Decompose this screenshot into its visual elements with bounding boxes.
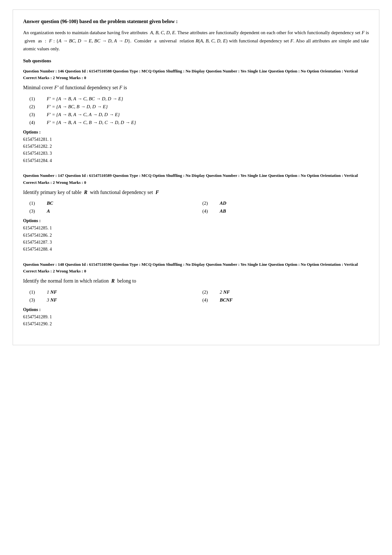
question-meta-147: Question Number : 147 Question Id : 6154… [23, 172, 369, 179]
option-grid-148-1: (1) 1 NF [29, 290, 196, 295]
options-label-148: Options : [23, 307, 369, 312]
problem-statement: An organization needs to maintain databa… [23, 29, 369, 53]
option-grid-147-2: (2) AD [202, 201, 369, 206]
options-ids-148: 61547541289. 1 61547541290. 2 [23, 314, 369, 328]
correct-marks-147: Correct Marks : 2 Wrong Marks : 0 [23, 180, 369, 185]
question-meta-148: Question Number : 148 Question Id : 6154… [23, 261, 369, 268]
options-ids-146: 61547541281. 1 61547541282. 2 6154754128… [23, 136, 369, 165]
option-row-146-4: (4) F' = {A → B, A → C, B → D, C → D, D … [29, 120, 369, 125]
options-ids-147: 61547541285. 1 61547541286. 2 6154754128… [23, 225, 369, 253]
option-grid-148-2: (2) 2 NF [202, 290, 369, 295]
options-grid-148: (1) 1 NF (2) 2 NF (3) 3 NF (4) BCNF [29, 290, 369, 303]
question-block-147: Question Number : 147 Question Id : 6154… [23, 172, 369, 253]
option-grid-147-1: (1) BC [29, 201, 196, 206]
options-label-147: Options : [23, 218, 369, 223]
question-text-146: Minimal cover F' of functional dependenc… [23, 84, 369, 92]
question-block-148: Question Number : 148 Question Id : 6154… [23, 261, 369, 328]
options-label-146: Options : [23, 130, 369, 135]
correct-marks-148: Correct Marks : 2 Wrong Marks : 0 [23, 269, 369, 274]
question-meta-146: Question Number : 146 Question Id : 6154… [23, 68, 369, 74]
options-grid-147: (1) BC (2) AD (3) A (4) AB [29, 201, 369, 214]
option-grid-148-3: (3) 3 NF [29, 297, 196, 303]
option-row-146-2: (2) F' = {A → BC, B → D, D → E} [29, 104, 369, 109]
option-grid-147-4: (4) AB [202, 209, 369, 214]
question-block-146: Question Number : 146 Question Id : 6154… [23, 68, 369, 165]
option-grid-148-4: (4) BCNF [202, 297, 369, 303]
option-row-146-3: (3) F' = {A → B, A → C, A → D, D → E} [29, 112, 369, 117]
sub-questions-label: Sub questions [23, 58, 369, 64]
option-row-146-1: (1) F' = {A → B, A → C, BC → D, D → E} [29, 96, 369, 102]
question-text-148: Identify the normal form in which relati… [23, 277, 369, 285]
options-list-146: (1) F' = {A → B, A → C, BC → D, D → E} (… [29, 96, 369, 125]
option-grid-147-3: (3) A [29, 209, 196, 214]
question-text-147: Identify primary key of table R with fun… [23, 188, 369, 196]
correct-marks-146: Correct Marks : 2 Wrong Marks : 0 [23, 75, 369, 80]
main-heading: Answer question (96-100) based on the pr… [23, 19, 369, 24]
